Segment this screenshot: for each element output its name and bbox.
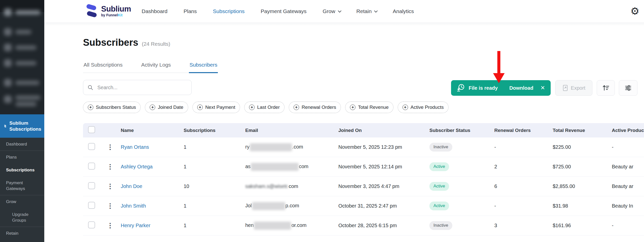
sublium-logo: Sublium by FunnelKit <box>85 4 131 18</box>
email-cell: henor.com <box>245 222 338 230</box>
row-checkbox[interactable] <box>88 221 95 228</box>
col-header-email: Email <box>245 128 338 133</box>
export-label: Export <box>571 85 585 91</box>
tab-subscribers[interactable]: Subscribers <box>189 62 218 73</box>
redacted-email-text <box>251 163 299 171</box>
subscriber-name-link[interactable]: John Smith <box>121 203 146 209</box>
nav-grow[interactable]: Grow <box>323 8 340 14</box>
nav-plans[interactable]: Plans <box>184 8 197 14</box>
redacted-menu-item[interactable] <box>4 79 39 86</box>
subscriber-name-link[interactable]: Ryan Ortans <box>121 144 149 150</box>
nav-dashboard[interactable]: Dashboard <box>142 8 168 14</box>
tab-activity-logs[interactable]: Activity Logs <box>141 62 171 73</box>
kebab-menu-icon[interactable]: ⋮ <box>107 182 113 190</box>
kebab-menu-icon[interactable]: ⋮ <box>107 202 113 210</box>
wp-admin-sidebar: Sublium Subscriptions Dashboard Plans Su… <box>0 0 44 242</box>
row-checkbox[interactable] <box>88 143 95 150</box>
nav-payment-gateways[interactable]: Payment Gateways <box>261 8 306 14</box>
renewal-orders-cell: 3 <box>494 223 553 228</box>
add-icon: + <box>294 105 299 110</box>
email-cell: saksham.s@wisetr.com <box>245 183 338 189</box>
nav-retain[interactable]: Retain <box>356 8 377 14</box>
redacted-menu-icon <box>4 95 12 103</box>
sidebar-submenu: Dashboard Plans Subscriptions Payment Ga… <box>0 138 44 242</box>
sidebar-item-grow[interactable]: Grow <box>0 195 44 208</box>
status-badge: Active <box>429 162 449 171</box>
close-icon[interactable]: ✕ <box>540 85 545 91</box>
nav-subscriptions[interactable]: Subscriptions <box>213 8 245 14</box>
filter-chip-active-products[interactable]: +Active Products <box>398 102 449 113</box>
sidebar-item-payment-gateways[interactable]: Payment Gateways <box>0 176 44 195</box>
tab-strip: All Subscriptions Activity Logs Subscrib… <box>83 62 218 73</box>
redacted-email-text <box>250 143 292 151</box>
redacted-menu-item[interactable] <box>4 59 36 67</box>
table-row: ⋮ John Doe 10 saksham.s@wisetr.com Novem… <box>83 177 644 196</box>
redacted-menu-item[interactable] <box>4 44 36 51</box>
kebab-menu-icon[interactable]: ⋮ <box>107 222 113 229</box>
add-icon: + <box>88 105 93 110</box>
filter-chip-total-revenue[interactable]: +Total Revenue <box>345 102 393 113</box>
total-revenue-cell: $2,855.00 <box>553 183 612 189</box>
sublium-logo-icon <box>85 4 98 18</box>
download-button[interactable]: Download <box>509 85 534 91</box>
col-header-subscriber-status: Subscriber Status <box>429 128 494 133</box>
red-annotation-arrow <box>492 51 505 84</box>
sidebar-item-upgrade-groups[interactable]: Upgrade Groups <box>0 208 44 227</box>
results-count: (24 Results) <box>142 41 170 47</box>
col-header-renewal-orders: Renewal Orders <box>494 128 553 133</box>
col-header-active-products: Active Products <box>612 128 644 133</box>
renewal-orders-cell: - <box>494 203 553 209</box>
redacted-menu-item[interactable] <box>4 95 41 106</box>
search-input[interactable] <box>97 84 187 91</box>
column-settings-button[interactable] <box>619 80 637 96</box>
row-checkbox[interactable] <box>88 182 95 189</box>
filter-chip-subscribers-status[interactable]: +Subscribers Status <box>83 102 141 113</box>
subscriber-name-link[interactable]: Ashley Ortega <box>121 164 153 169</box>
redacted-menu-icon <box>4 44 12 51</box>
sort-button[interactable] <box>597 80 615 96</box>
search-box <box>83 80 192 95</box>
subscriber-name-link[interactable]: Henry Parker <box>121 223 150 228</box>
total-revenue-cell: $161.96 <box>553 223 612 228</box>
export-button[interactable]: Export <box>555 80 592 96</box>
table-header-row: Name Subscriptions Email Joined On Subsc… <box>83 123 644 137</box>
table-row: ⋮ Henry Parker 1 henor.com October 28, 2… <box>83 216 644 235</box>
subscriber-name-link[interactable]: John Doe <box>121 183 142 189</box>
redacted-menu-icon <box>4 59 12 67</box>
add-icon: + <box>403 105 408 110</box>
kebab-menu-icon[interactable]: ⋮ <box>107 143 113 151</box>
sidebar-item-payment-recovery[interactable]: Payment Recovery <box>0 240 44 242</box>
sidebar-item-dashboard[interactable]: Dashboard <box>0 138 44 151</box>
active-products-cell: - <box>612 144 644 150</box>
redacted-menu-item[interactable] <box>4 28 31 36</box>
sidebar-item-plans[interactable]: Plans <box>0 151 44 164</box>
sidebar-item-sublium-subscriptions[interactable]: Sublium Subscriptions <box>0 114 44 138</box>
row-checkbox[interactable] <box>88 163 95 170</box>
sidebar-item-subscriptions[interactable]: Subscriptions <box>0 164 44 176</box>
redacted-menu-item[interactable] <box>4 9 41 16</box>
total-revenue-cell: $225.00 <box>553 144 612 150</box>
settings-gear-icon[interactable]: ⚙ <box>628 5 641 18</box>
filter-chip-renewal-orders[interactable]: +Renewal Orders <box>289 102 341 113</box>
subscriptions-count: 10 <box>184 183 245 189</box>
subscribers-table: Name Subscriptions Email Joined On Subsc… <box>83 123 644 235</box>
status-badge: Inactive <box>429 221 452 230</box>
subscriptions-count: 1 <box>184 203 245 209</box>
filter-chip-next-payment[interactable]: +Next Payment <box>192 102 240 113</box>
kebab-menu-icon[interactable]: ⋮ <box>107 163 113 170</box>
filter-chip-joined-date[interactable]: +Joined Date <box>145 102 188 113</box>
filter-chip-last-order[interactable]: +Last Order <box>244 102 285 113</box>
app-root: Sublium Subscriptions Dashboard Plans Su… <box>0 0 644 242</box>
nav-analytics[interactable]: Analytics <box>393 8 414 14</box>
row-checkbox[interactable] <box>88 202 95 209</box>
tab-all-subscriptions[interactable]: All Subscriptions <box>83 62 123 73</box>
sidebar-item-retain[interactable]: Retain <box>0 227 44 240</box>
status-badge: Active <box>429 182 449 191</box>
select-all-checkbox[interactable] <box>88 126 95 133</box>
joined-on-cell: October 28, 2025 6:15 pm <box>338 223 429 228</box>
col-header-name: Name <box>121 128 184 133</box>
col-header-subscriptions: Subscriptions <box>184 128 245 133</box>
sublium-logo-icon <box>4 122 6 130</box>
sidebar-brand-label: Sublium Subscriptions <box>9 120 41 132</box>
search-icon <box>87 84 93 90</box>
